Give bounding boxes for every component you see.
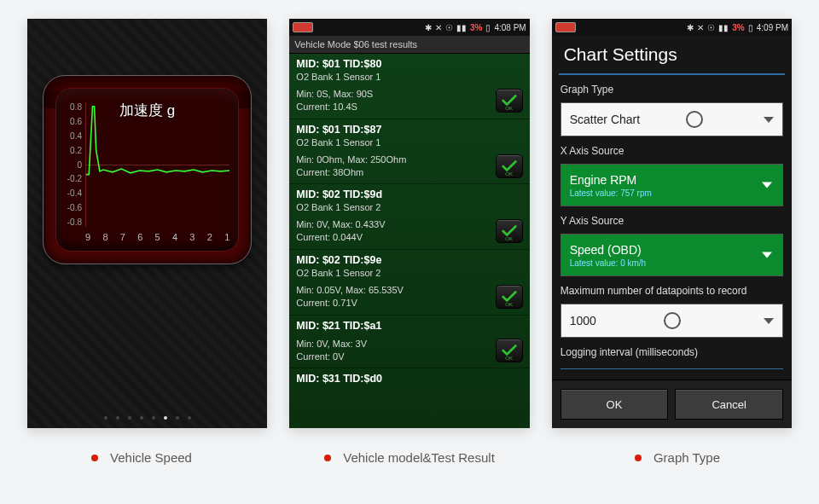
caption-text: Graph Type [653,450,720,465]
alarm-icon: ☉ [707,23,715,32]
spinner-value: Speed (OBD) [570,243,642,257]
min-max: Min: 0S, Max: 90S [296,88,373,101]
bullet-icon [91,455,98,461]
screen-title: Vehicle Mode $06 test results [289,36,529,54]
result-detail: Min: 0V, Max: 0.433VCurrent: 0.044VOK [289,215,529,250]
spinner-x-source[interactable]: Engine RPM Latest value: 757 rpm [561,164,783,206]
current-value: Current: 0V [296,350,367,363]
mid-tid: MID: $01 TID:$87 [296,124,522,136]
chevron-down-icon [762,252,772,258]
min-max: Min: 0Ohm, Max: 250Ohm [296,154,406,166]
latest-value: Latest value: 757 rpm [570,188,652,198]
result-detail: Min: 0V, Max: 3VCurrent: 0VOK [289,334,529,369]
current-value: Current: 0.044V [296,231,385,244]
alarm-icon: ☉ [445,23,453,32]
signal-icon: ▮▮ [456,23,467,32]
mid-tid: MID: $31 TID:$d0 [296,373,522,385]
ok-check-button[interactable]: OK [496,339,523,362]
chart-line [85,102,229,246]
phone-test-results: ✱ ✕ ☉ ▮▮ 3% ▯ 4:08 PM Vehicle Mode $06 t… [289,19,529,428]
caption-1: Vehicle Speed [19,450,264,465]
mute-icon: ✕ [435,23,442,32]
title-separator [559,73,785,75]
ok-button[interactable]: OK [561,389,669,420]
battery-icon: ▯ [485,23,491,32]
separator [561,368,783,369]
label-interval: Logging interval (milliseconds) [561,346,783,358]
caption-text: Vehicle Speed [110,450,192,465]
current-value: Current: 0.71V [296,297,404,310]
bluetooth-icon: ✱ [687,23,694,32]
ok-check-button[interactable]: OK [496,219,523,243]
sensor-name: O2 Bank 1 Sensor 1 [296,137,522,148]
ok-check-button[interactable]: OK [496,154,523,178]
min-max: Min: 0V, Max: 0.433V [296,218,385,231]
results-list[interactable]: MID: $01 TID:$80O2 Bank 1 Sensor 1Min: 0… [289,54,529,428]
mid-tid: MID: $21 TID:$a1 [296,320,522,332]
page-indicator [27,416,267,420]
spinner-value: 1000 [570,314,596,327]
phone-chart-settings: ✱ ✕ ☉ ▮▮ 3% ▯ 4:09 PM Chart Settings Gra… [552,19,792,428]
chevron-down-icon [764,318,774,324]
ok-check-button[interactable]: OK [496,89,523,113]
label-graph-type: Graph Type [561,84,783,96]
result-header: MID: $31 TID:$d0 [289,368,529,387]
chart-y-axis: 0.80.60.40.20-0.2-0.4-0.6-0.8 [61,102,82,227]
obd-icon [555,22,576,32]
mute-icon: ✕ [697,23,704,32]
current-value: Current: 38Ohm [296,166,406,179]
caption-3: Graph Type [555,450,800,465]
mid-tid: MID: $02 TID:$9e [296,254,522,266]
obd-icon [293,22,313,32]
spinner-value: Engine RPM [570,173,637,187]
ok-check-button[interactable]: OK [496,285,523,309]
gauge-screen: 加速度 g 0.80.60.40.20-0.2-0.4-0.6-0.8 9876… [27,19,267,428]
mid-tid: MID: $02 TID:$9d [296,188,522,200]
spinner-graph-type[interactable]: Scatter Chart [561,102,783,136]
dialog-title: Chart Settings [552,36,792,73]
battery-percent: 3% [470,23,482,32]
min-max: Min: 0.05V, Max: 65.535V [296,284,404,297]
result-header: MID: $21 TID:$a1 [289,316,529,334]
radio-icon [686,111,703,128]
result-header: MID: $02 TID:$9dO2 Bank 1 Sensor 2 [289,184,529,215]
latest-value: Latest value: 0 km/h [570,258,647,268]
battery-icon: ▯ [748,23,753,32]
result-header: MID: $01 TID:$80O2 Bank 1 Sensor 1 [289,54,529,84]
result-header: MID: $02 TID:$9eO2 Bank 1 Sensor 2 [289,250,529,281]
chart-grid [85,102,229,227]
mid-tid: MID: $01 TID:$80 [296,58,522,70]
label-x-source: X Axis Source [561,145,783,157]
min-max: Min: 0V, Max: 3V [296,338,367,350]
current-value: Current: 10.4S [296,101,373,113]
label-y-source: Y Axis Source [561,215,783,227]
bullet-icon [324,455,331,461]
result-header: MID: $01 TID:$87O2 Bank 1 Sensor 1 [289,119,529,150]
spinner-max-points[interactable]: 1000 [561,304,783,338]
chart-card: 加速度 g 0.80.60.40.20-0.2-0.4-0.6-0.8 9876… [43,75,252,264]
spinner-value: Scatter Chart [570,113,640,126]
bullet-icon [635,455,642,461]
chevron-down-icon [764,117,774,123]
result-detail: Min: 0.05V, Max: 65.535VCurrent: 0.71VOK [289,281,529,316]
sensor-name: O2 Bank 1 Sensor 2 [296,202,522,212]
battery-percent: 3% [732,23,744,32]
dialog-button-row: OK Cancel [552,379,792,428]
result-detail: Min: 0S, Max: 90SCurrent: 10.4SOK [289,84,529,119]
clock-text: 4:09 PM [757,23,788,32]
radio-icon [664,312,681,329]
chart-x-axis: 987654321 [85,232,229,244]
bluetooth-icon: ✱ [425,23,432,32]
chevron-down-icon [762,182,772,188]
caption-text: Vehicle model&Test Result [343,450,495,465]
phone-vehicle-speed: 加速度 g 0.80.60.40.20-0.2-0.4-0.6-0.8 9876… [27,19,267,428]
cancel-button[interactable]: Cancel [675,389,783,420]
label-max-points: Maximum number of datapoints to record [561,285,783,297]
result-detail: Min: 0Ohm, Max: 250OhmCurrent: 38OhmOK [289,150,529,185]
caption-2: Vehicle model&Test Result [287,450,532,465]
spinner-y-source[interactable]: Speed (OBD) Latest value: 0 km/h [561,234,783,276]
sensor-name: O2 Bank 1 Sensor 2 [296,268,522,278]
clock-text: 4:08 PM [494,23,526,32]
signal-icon: ▮▮ [718,23,729,32]
sensor-name: O2 Bank 1 Sensor 1 [296,72,522,82]
